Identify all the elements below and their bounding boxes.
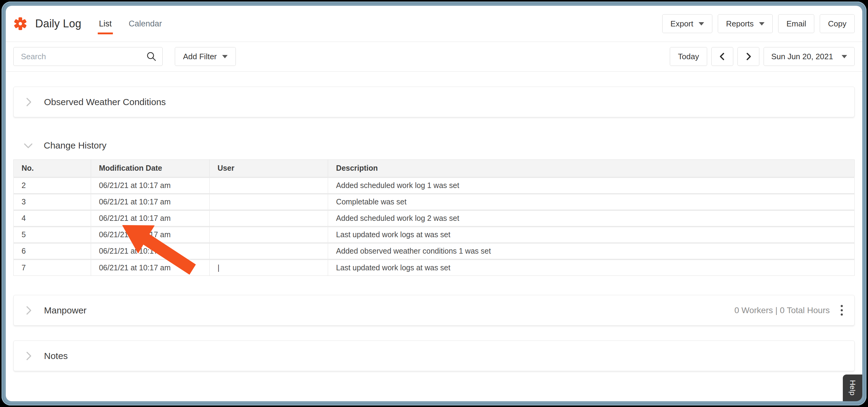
cell-description: Completable was set (328, 194, 855, 210)
date-navigation: Today Sun Jun 20, 2021 (670, 47, 855, 66)
header-actions: Export Reports Email Copy (662, 14, 855, 33)
search-field-wrap (13, 47, 163, 66)
section-manpower[interactable]: Manpower 0 Workers | 0 Total Hours (13, 295, 855, 326)
cell-user (209, 177, 328, 194)
toolbar-divider (6, 71, 862, 72)
view-tabs: List Calendar (99, 6, 162, 41)
export-button-label: Export (671, 19, 693, 29)
copy-button[interactable]: Copy (820, 14, 855, 33)
chevron-right-icon (744, 53, 752, 60)
section-change-history-header[interactable]: Change History (13, 140, 855, 151)
app-window: Daily Log List Calendar Export Reports (6, 6, 862, 401)
cell-user (209, 243, 328, 259)
today-button-label: Today (678, 52, 699, 61)
manpower-summary: 0 Workers | 0 Total Hours (735, 306, 830, 315)
email-button[interactable]: Email (778, 14, 814, 33)
cell-no: 6 (14, 243, 91, 259)
section-observed-weather-conditions[interactable]: Observed Weather Conditions (13, 87, 855, 117)
table-row: 506/21/21 at 10:17 amLast updated work l… (14, 227, 855, 243)
cell-user (209, 194, 328, 210)
search-icon (146, 51, 157, 62)
today-button[interactable]: Today (670, 47, 707, 66)
column-header-description: Description (328, 160, 855, 177)
screenshot-stage: Daily Log List Calendar Export Reports (0, 0, 868, 407)
section-notes[interactable]: Notes (13, 341, 855, 371)
cell-no: 2 (14, 177, 91, 194)
cell-description: Added observed weather conditions 1 was … (328, 243, 855, 259)
cell-user (209, 210, 328, 227)
column-header-user: User (209, 160, 328, 177)
selected-date-label: Sun Jun 20, 2021 (771, 52, 833, 61)
change-history-table: No. Modification Date User Description 2… (13, 159, 855, 276)
tab-list[interactable]: List (99, 6, 112, 41)
chevron-right-icon (23, 305, 34, 316)
chevron-right-icon (23, 97, 34, 107)
help-tab-label: Help (848, 380, 857, 396)
export-button[interactable]: Export (662, 14, 712, 33)
section-title: Change History (44, 140, 106, 151)
column-header-modification-date: Modification Date (91, 160, 209, 177)
date-picker-dropdown[interactable]: Sun Jun 20, 2021 (764, 47, 855, 66)
page-title: Daily Log (35, 17, 81, 30)
cell-modification-date: 06/21/21 at 10:17 am (91, 243, 209, 259)
filter-toolbar: Add Filter Today (6, 42, 862, 71)
cell-no: 3 (14, 194, 91, 210)
caret-down-icon (759, 22, 765, 26)
daily-log-tool-icon (13, 17, 27, 31)
previous-day-button[interactable] (711, 47, 733, 66)
cell-modification-date: 06/21/21 at 10:17 am (91, 259, 209, 276)
search-input[interactable] (13, 47, 163, 66)
tab-calendar[interactable]: Calendar (129, 6, 162, 41)
section-title: Manpower (44, 305, 87, 316)
cell-no: 5 (14, 227, 91, 243)
help-tab[interactable]: Help (843, 375, 862, 401)
column-header-no: No. (14, 160, 91, 177)
chevron-right-icon (23, 351, 34, 361)
change-history-table-body: 206/21/21 at 10:17 amAdded scheduled wor… (14, 177, 855, 276)
main-content: Observed Weather Conditions Change Histo… (6, 87, 862, 371)
caret-down-icon (699, 22, 704, 26)
cell-description: Last updated work logs at was set (328, 227, 855, 243)
table-row: 606/21/21 at 10:17 amAdded observed weat… (14, 243, 855, 259)
add-filter-button[interactable]: Add Filter (175, 47, 236, 66)
cell-description: Last updated work logs at was set (328, 259, 855, 276)
chevron-down-icon (23, 140, 33, 151)
cell-description: Added scheduled work log 2 was set (328, 210, 855, 227)
email-button-label: Email (786, 19, 806, 29)
cell-user (209, 227, 328, 243)
add-filter-label: Add Filter (183, 52, 217, 61)
cell-user: | (209, 259, 328, 276)
table-row: 706/21/21 at 10:17 am|Last updated work … (14, 259, 855, 276)
header-bar: Daily Log List Calendar Export Reports (6, 6, 862, 41)
cell-no: 7 (14, 259, 91, 276)
next-day-button[interactable] (738, 47, 760, 66)
kebab-menu-icon[interactable] (839, 303, 845, 317)
table-row: 406/21/21 at 10:17 amAdded scheduled wor… (14, 210, 855, 227)
chevron-left-icon (718, 53, 726, 60)
copy-button-label: Copy (828, 19, 846, 29)
cell-modification-date: 06/21/21 at 10:17 am (91, 227, 209, 243)
cell-description: Added scheduled work log 1 was set (328, 177, 855, 194)
cell-modification-date: 06/21/21 at 10:17 am (91, 194, 209, 210)
reports-button-label: Reports (726, 19, 753, 29)
table-header-row: No. Modification Date User Description (14, 160, 855, 177)
window-frame: Daily Log List Calendar Export Reports (2, 2, 866, 405)
caret-down-icon (842, 55, 847, 58)
section-title: Observed Weather Conditions (44, 97, 166, 107)
cell-modification-date: 06/21/21 at 10:17 am (91, 210, 209, 227)
manpower-right-group: 0 Workers | 0 Total Hours (735, 303, 845, 317)
section-title: Notes (44, 351, 68, 361)
reports-button[interactable]: Reports (718, 14, 773, 33)
caret-down-icon (222, 55, 228, 58)
cell-modification-date: 06/21/21 at 10:17 am (91, 177, 209, 194)
table-row: 206/21/21 at 10:17 amAdded scheduled wor… (14, 177, 855, 194)
cell-no: 4 (14, 210, 91, 227)
table-row: 306/21/21 at 10:17 amCompletable was set (14, 194, 855, 210)
